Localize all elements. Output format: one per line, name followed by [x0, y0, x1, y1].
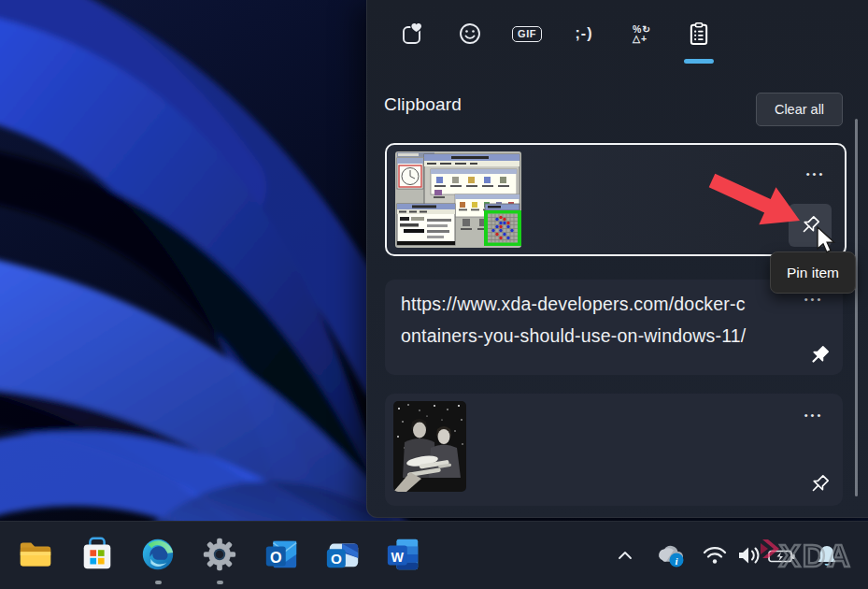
taskbar-file-explorer[interactable]: [15, 534, 56, 575]
tab-clipboard-history[interactable]: [679, 13, 719, 54]
pin-item-tooltip: Pin item: [770, 251, 856, 294]
svg-text:XDA: XDA: [779, 538, 852, 573]
gif-icon: GIF: [512, 26, 542, 42]
smiley-icon: [457, 21, 483, 47]
desktop-screen: GIF ;-) %↻ △+ Clipboard Clear all: [0, 0, 868, 589]
pin-item-button[interactable]: [807, 472, 832, 496]
svg-text:W: W: [391, 550, 405, 565]
clipboard-thumbnail-win31: [395, 151, 521, 248]
clipboard-item-text[interactable]: https://www.xda-developers.com/docker-c …: [385, 280, 843, 375]
taskbar-settings[interactable]: [199, 534, 240, 575]
tab-kaomoji[interactable]: ;-): [564, 13, 604, 54]
mouse-cursor: [816, 226, 838, 256]
taskbar: O O W: [0, 521, 868, 589]
clear-all-button[interactable]: Clear all: [756, 93, 843, 126]
tab-symbols[interactable]: %↻ △+: [622, 13, 662, 54]
microsoft-store-icon: [78, 536, 116, 573]
onedrive-cloud-icon: i: [654, 544, 688, 568]
pin-filled-icon: [807, 343, 832, 367]
item-more-button[interactable]: •••: [798, 405, 830, 425]
panel-title: Clipboard: [384, 94, 462, 115]
tab-emoji[interactable]: [450, 13, 490, 54]
running-indicator-settings: [217, 581, 223, 584]
outlook-icon: O: [263, 536, 300, 573]
clipboard-text-content: https://www.xda-developers.com/docker-c …: [401, 289, 803, 352]
symbols-icon: %↻ △+: [633, 24, 651, 44]
word-icon: W: [385, 536, 422, 573]
outlook-new-icon: O: [324, 536, 362, 573]
tab-most-recently-used[interactable]: [393, 13, 433, 54]
taskbar-outlook-new[interactable]: O: [322, 534, 363, 575]
pin-item-button[interactable]: [807, 343, 832, 367]
tray-onedrive[interactable]: i: [652, 542, 690, 570]
chevron-up-icon: [618, 551, 633, 560]
edge-icon: [139, 536, 177, 573]
tray-wifi[interactable]: [701, 544, 729, 567]
clipboard-thumbnail-star-trek: [393, 401, 466, 492]
svg-text:O: O: [331, 551, 342, 567]
taskbar-edge[interactable]: [137, 534, 178, 575]
tab-gif[interactable]: GIF: [507, 13, 547, 54]
scrollbar[interactable]: [855, 119, 858, 496]
running-indicator-edge: [155, 581, 162, 584]
taskbar-word[interactable]: W: [383, 534, 424, 575]
heart-square-icon: [400, 21, 426, 47]
settings-gear-icon: [201, 536, 238, 573]
pin-icon: [807, 472, 832, 496]
taskbar-outlook[interactable]: O: [261, 534, 302, 575]
clipboard-item-image-2[interactable]: •••: [385, 394, 843, 506]
annotation-arrow: [699, 168, 816, 252]
taskbar-microsoft-store[interactable]: [77, 534, 118, 575]
file-explorer-icon: [17, 536, 54, 573]
selected-tab-indicator: [684, 59, 714, 64]
svg-text:O: O: [270, 549, 282, 566]
kaomoji-icon: ;-): [576, 25, 593, 42]
clipboard-icon: [686, 21, 712, 47]
tray-chevron-up[interactable]: [612, 546, 638, 565]
xda-watermark: XDA: [757, 532, 864, 579]
wifi-icon: [703, 546, 727, 565]
